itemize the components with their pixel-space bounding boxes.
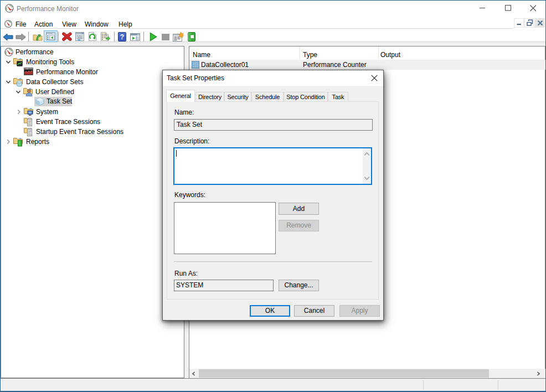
svg-text:01: 01 bbox=[28, 123, 32, 126]
svg-text:01: 01 bbox=[28, 133, 32, 136]
